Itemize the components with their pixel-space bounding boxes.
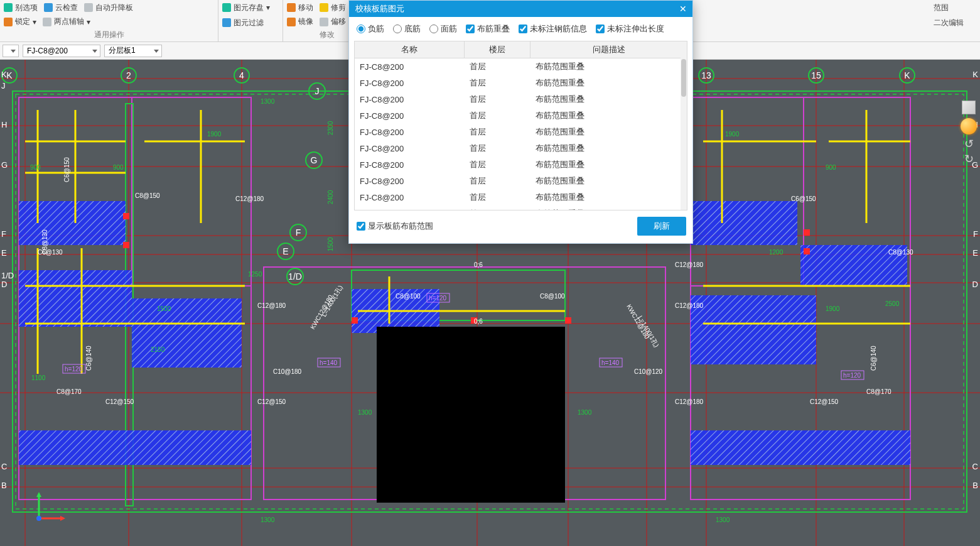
combo-rebar[interactable]: FJ-C8@200 xyxy=(23,45,100,57)
col-floor[interactable]: 楼层 xyxy=(465,41,530,58)
filter-icon xyxy=(222,18,231,27)
ribbon-item-mirror[interactable]: 镜像 xyxy=(287,16,313,27)
col-name[interactable]: 名称 xyxy=(355,41,465,58)
scroll-thumb[interactable] xyxy=(681,59,686,97)
table-row[interactable]: FJ-C8@200首层布筋范围重叠 xyxy=(355,156,687,173)
ribbon-item-lock[interactable]: 锁定 ▾ xyxy=(4,16,36,27)
redo-icon[interactable]: ↻ xyxy=(964,153,974,165)
check-rebar-dialog: 校核板筋图元 ✕ 负筋 底筋 面筋 布筋重叠 未标注钢筋信息 未标注伸出长度 名… xyxy=(348,0,693,244)
ribbon-item-autolift[interactable]: 自动升降板 xyxy=(84,3,133,13)
svg-text:E: E xyxy=(283,246,288,256)
combo-layer[interactable]: 分层板1 xyxy=(104,45,162,57)
svg-text:1900: 1900 xyxy=(725,131,740,138)
cell-name: FJ-C8@200 xyxy=(355,177,465,186)
dialog-titlebar[interactable]: 校核板筋图元 ✕ xyxy=(349,1,692,17)
cell-floor: 首层 xyxy=(465,175,530,187)
cell-floor: 首层 xyxy=(465,61,530,72)
filter-row: 负筋 底筋 面筋 布筋重叠 未标注钢筋信息 未标注伸出长度 xyxy=(349,17,692,41)
svg-rect-64 xyxy=(565,317,571,324)
svg-text:1300: 1300 xyxy=(261,516,275,523)
svg-rect-32 xyxy=(19,201,126,245)
ribbon-item-secondedit[interactable]: 二次编辑 xyxy=(934,18,964,28)
table-row[interactable]: FJ-C8@200首层布筋范围重叠 xyxy=(355,75,687,91)
table-row[interactable]: FJ-C8@200首层布筋范围重叠 xyxy=(355,189,687,205)
table-row[interactable]: FJ-C8@200首层布筋范围重叠 xyxy=(355,58,687,75)
check-noextlen[interactable]: 未标注伸出长度 xyxy=(596,23,664,35)
ribbon-item-save[interactable]: 图元存盘 ▾ xyxy=(222,3,270,13)
select-icon xyxy=(4,3,13,12)
svg-text:C10@180: C10@180 xyxy=(273,368,302,375)
svg-text:J: J xyxy=(315,86,320,96)
cell-floor: 首层 xyxy=(465,126,530,138)
svg-rect-33 xyxy=(19,270,132,327)
svg-text:1250: 1250 xyxy=(248,271,262,278)
orbit-icon[interactable] xyxy=(961,118,977,134)
combo-blank[interactable] xyxy=(3,45,19,57)
svg-text:F: F xyxy=(1,229,6,239)
group-title: 通用操作 xyxy=(4,30,214,41)
svg-text:G: G xyxy=(311,155,318,165)
grid-scrollbar[interactable] xyxy=(681,58,687,210)
svg-text:1900: 1900 xyxy=(826,305,840,312)
svg-text:1200: 1200 xyxy=(769,249,783,256)
table-row[interactable]: FJ-C8@200首层布筋范围重叠 xyxy=(355,91,687,107)
check-showrange[interactable]: 显示板筋布筋范围 xyxy=(357,221,433,232)
svg-text:h=140: h=140 xyxy=(320,359,338,366)
ribbon-item-trim[interactable]: 修剪 xyxy=(320,3,346,13)
mirror-icon xyxy=(287,18,296,26)
svg-text:K: K xyxy=(904,70,910,80)
svg-text:1500: 1500 xyxy=(157,305,171,312)
lock-icon xyxy=(4,18,13,26)
svg-text:1500: 1500 xyxy=(327,237,334,251)
refresh-button[interactable]: 刷新 xyxy=(637,217,686,236)
radio-neg[interactable]: 负筋 xyxy=(357,23,384,35)
check-norebarinfo[interactable]: 未标注钢筋信息 xyxy=(519,23,587,35)
ribbon-item-twopt[interactable]: 两点辅轴 ▾ xyxy=(43,16,90,27)
ribbon-item-cloud[interactable]: 云检查 xyxy=(44,3,78,13)
svg-text:C6@140: C6@140 xyxy=(85,346,92,371)
svg-text:C6@150: C6@150 xyxy=(63,157,70,182)
ribbon-item-offset[interactable]: 偏移 xyxy=(320,16,346,27)
results-grid: 名称 楼层 问题描述 FJ-C8@200首层布筋范围重叠FJ-C8@200首层布… xyxy=(354,41,687,210)
ribbon-item-filter[interactable]: 图元过滤 xyxy=(222,18,264,28)
table-row[interactable]: FJ-C8@200首层布筋范围重叠 xyxy=(355,107,687,124)
svg-text:2400: 2400 xyxy=(327,190,334,204)
ucs-triad xyxy=(36,492,65,521)
table-row[interactable]: FJ-C8@200首层布筋范围重叠 xyxy=(355,140,687,156)
close-icon[interactable]: ✕ xyxy=(677,3,689,14)
undo-icon[interactable]: ↺ xyxy=(964,138,974,150)
svg-rect-41 xyxy=(377,327,565,503)
viewcube-icon[interactable] xyxy=(962,101,976,114)
svg-text:C8@150: C8@150 xyxy=(135,192,160,199)
svg-text:J: J xyxy=(1,81,6,90)
svg-text:1300: 1300 xyxy=(578,409,592,416)
ribbon-item-range[interactable]: 范围 xyxy=(934,3,949,13)
table-row[interactable]: FJ-C8@200首层布筋范围重叠 xyxy=(355,205,687,210)
svg-text:F: F xyxy=(973,229,978,239)
svg-text:1/D: 1/D xyxy=(288,271,302,281)
check-overlap[interactable]: 布筋重叠 xyxy=(466,23,510,35)
svg-text:C: C xyxy=(1,462,7,471)
svg-text:1900: 1900 xyxy=(207,131,222,138)
radio-top[interactable]: 面筋 xyxy=(429,23,457,35)
col-issue[interactable]: 问题描述 xyxy=(530,41,687,58)
label: 修剪 xyxy=(331,3,346,13)
svg-text:C6@150: C6@150 xyxy=(791,195,816,202)
svg-text:2500: 2500 xyxy=(885,300,900,307)
ribbon-item-move[interactable]: 移动 xyxy=(287,3,313,13)
svg-text:C8@170: C8@170 xyxy=(866,388,891,395)
svg-rect-66 xyxy=(804,248,810,254)
twopoint-icon xyxy=(43,18,51,26)
svg-rect-65 xyxy=(804,229,810,236)
lift-icon xyxy=(84,3,93,12)
radio-bot[interactable]: 底筋 xyxy=(393,23,421,35)
ribbon-item-select[interactable]: 别选项 xyxy=(4,3,38,13)
label: 镜像 xyxy=(298,16,313,27)
table-row[interactable]: FJ-C8@200首层布筋范围重叠 xyxy=(355,173,687,189)
cell-issue: 布筋范围重叠 xyxy=(530,208,687,210)
svg-text:h=120: h=120 xyxy=(843,372,861,379)
svg-text:C12@180: C12@180 xyxy=(235,195,264,202)
cell-issue: 布筋范围重叠 xyxy=(530,61,687,72)
cell-name: FJ-C8@200 xyxy=(355,209,465,211)
table-row[interactable]: FJ-C8@200首层布筋范围重叠 xyxy=(355,124,687,140)
